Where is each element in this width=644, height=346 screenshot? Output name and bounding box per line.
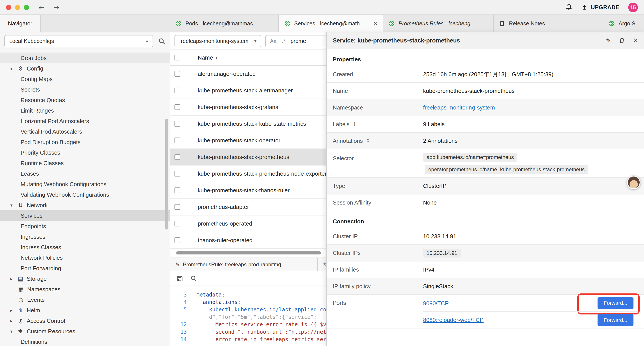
detail-label: Type bbox=[333, 183, 423, 189]
sidebar-item[interactable]: Vertical Pod Autoscalers bbox=[0, 126, 170, 137]
row-checkbox[interactable] bbox=[174, 221, 180, 226]
upgrade-button[interactable]: UPGRADE bbox=[581, 4, 620, 10]
window-close-button[interactable] bbox=[6, 4, 12, 10]
delete-button[interactable] bbox=[619, 37, 625, 44]
tree-chevron-icon[interactable]: ▸ bbox=[9, 276, 14, 281]
row-checkbox[interactable] bbox=[174, 121, 180, 127]
detail-row-labels[interactable]: Labels ↕ 9 Labels bbox=[326, 116, 644, 133]
sidebar-item[interactable]: ▸ ▤ Storage bbox=[0, 273, 170, 284]
sidebar-item[interactable]: Cron Jobs bbox=[0, 52, 170, 63]
expand-icon[interactable]: ↕ bbox=[366, 138, 370, 144]
port-link[interactable]: 8080:reloader-web/TCP bbox=[423, 317, 484, 323]
sidebar-item[interactable]: Secrets bbox=[0, 84, 170, 95]
sidebar-item[interactable]: Runtime Classes bbox=[0, 158, 170, 168]
sidebar-item[interactable]: ▦ Namespaces bbox=[0, 284, 170, 294]
sidebar-item[interactable]: Network Policies bbox=[0, 252, 170, 263]
sidebar-item[interactable]: Mutating Webhook Configurations bbox=[0, 179, 170, 189]
details-drawer: Service: kube-prometheus-stack-prometheu… bbox=[326, 32, 644, 346]
sidebar-item[interactable]: ▸ ⎈ Helm bbox=[0, 305, 170, 315]
sidebar-item[interactable]: ▾ ⚙ Config bbox=[0, 63, 170, 74]
pencil-icon: ✎ bbox=[175, 261, 180, 267]
edit-button[interactable]: ✎ bbox=[606, 37, 611, 44]
match-case-toggle[interactable]: Aa bbox=[270, 38, 276, 44]
save-button[interactable] bbox=[176, 275, 183, 282]
tree-chevron-icon[interactable]: ▸ bbox=[9, 308, 14, 313]
forward-button[interactable]: Forward... bbox=[598, 297, 634, 309]
sidebar-item[interactable]: Ingress Classes bbox=[0, 242, 170, 252]
cluster-tab[interactable]: Release Notes bbox=[494, 15, 603, 32]
cluster-tab[interactable]: Argo S bbox=[603, 15, 644, 32]
sidebar-item[interactable]: Priority Classes bbox=[0, 147, 170, 158]
sidebar-item[interactable]: Horizontal Pod Autoscalers bbox=[0, 116, 170, 126]
avatar[interactable] bbox=[627, 176, 640, 189]
row-checkbox[interactable] bbox=[174, 71, 180, 77]
selector-badge: operator.prometheus.io/name=kube-prometh… bbox=[425, 165, 588, 174]
sidebar-item[interactable]: Limit Ranges bbox=[0, 105, 170, 116]
sidebar-item[interactable]: Ingresses bbox=[0, 231, 170, 242]
tree-chevron-icon[interactable]: ▾ bbox=[9, 66, 14, 71]
tab-close-icon[interactable]: × bbox=[374, 20, 378, 27]
sidebar-item-label: Namespaces bbox=[27, 286, 60, 292]
cluster-tab[interactable]: Pods - icecheng@mathmas... bbox=[170, 15, 279, 32]
detail-row-selector: Selector app.kubernetes.io/name=promethe… bbox=[326, 149, 644, 178]
navigator-tab[interactable]: Navigator bbox=[0, 15, 40, 32]
expand-icon[interactable]: ↕ bbox=[353, 121, 357, 127]
sidebar-item[interactable]: Resource Quotas bbox=[0, 95, 170, 105]
forward-button[interactable]: Forward... bbox=[598, 314, 634, 326]
notification-badge[interactable]: 15 bbox=[628, 2, 638, 12]
row-checkbox[interactable] bbox=[174, 204, 180, 210]
sidebar-item[interactable]: Config Maps bbox=[0, 74, 170, 84]
sidebar-item[interactable]: Leases bbox=[0, 168, 170, 179]
row-checkbox[interactable] bbox=[174, 237, 180, 243]
sidebar-scrollbar[interactable] bbox=[165, 119, 168, 230]
sidebar-item-icon: ⚷ bbox=[17, 317, 24, 324]
tree-chevron-icon[interactable]: ▸ bbox=[9, 318, 14, 323]
row-checkbox[interactable] bbox=[174, 137, 180, 143]
forward-button[interactable]: → bbox=[54, 3, 59, 11]
row-checkbox[interactable] bbox=[174, 88, 180, 93]
sidebar-item[interactable]: ◷ Events bbox=[0, 294, 170, 305]
cluster-tab[interactable]: Services - icecheng@math... × bbox=[279, 15, 383, 32]
detail-row-annotations[interactable]: Annotations ↕ 2 Annotations bbox=[326, 133, 644, 149]
namespace-link[interactable]: freeleaps-monitoring-system bbox=[423, 104, 495, 111]
select-all-checkbox[interactable] bbox=[174, 55, 180, 60]
code-text: kubectl.kubernetes.io/last-applied-co bbox=[196, 306, 326, 314]
row-checkbox[interactable] bbox=[174, 154, 180, 160]
window-zoom-button[interactable] bbox=[24, 4, 29, 10]
port-link[interactable]: 9090/TCP bbox=[423, 300, 449, 306]
window-minimize-button[interactable] bbox=[15, 4, 20, 10]
column-header-name[interactable]: Name ▴ bbox=[198, 54, 218, 61]
sidebar-item[interactable]: Port Forwarding bbox=[0, 263, 170, 273]
cluster-tab[interactable]: Prometheus Rules - icecheng... bbox=[383, 15, 494, 32]
close-button[interactable]: × bbox=[633, 36, 638, 45]
regex-toggle[interactable]: .* bbox=[282, 38, 285, 44]
labels-count: 9 Labels bbox=[423, 121, 444, 127]
detail-value: 253d 16h 6m ago (2025年1月13日 GMT+8 1:25:3… bbox=[423, 70, 554, 78]
row-checkbox[interactable] bbox=[174, 171, 180, 177]
row-checkbox[interactable] bbox=[174, 187, 180, 193]
sidebar-item[interactable]: Validating Webhook Configurations bbox=[0, 189, 170, 200]
sidebar-item-label: Priority Classes bbox=[20, 149, 60, 156]
tree-chevron-icon[interactable]: ▾ bbox=[9, 329, 14, 334]
namespace-select-value: freeleaps-monitoring-system bbox=[179, 38, 248, 44]
sidebar-item[interactable]: Endpoints bbox=[0, 221, 170, 231]
sidebar-item-label: Definitions bbox=[20, 338, 47, 345]
tree-chevron-icon[interactable]: ▾ bbox=[9, 203, 14, 207]
sidebar-item[interactable]: Pod Disruption Budgets bbox=[0, 137, 170, 147]
editor-search-button[interactable] bbox=[190, 275, 197, 282]
sidebar-item[interactable]: Services bbox=[0, 210, 170, 221]
sidebar-item[interactable]: ▸ ⚷ Access Control bbox=[0, 315, 170, 326]
sidebar-item[interactable]: ▾ ✱ Custom Resources bbox=[0, 326, 170, 336]
dock-tab[interactable]: ✎ PrometheusRule: freeleaps-prod-rabbitm… bbox=[170, 258, 318, 271]
namespace-select[interactable]: freeleaps-monitoring-system ▾ bbox=[174, 35, 261, 47]
chevron-down-icon: ▾ bbox=[146, 39, 148, 43]
notifications-bell-icon[interactable] bbox=[565, 3, 572, 11]
code-text: metadata: bbox=[196, 291, 225, 299]
horizontal-scrollbar-thumb[interactable] bbox=[176, 251, 321, 255]
row-checkbox[interactable] bbox=[174, 104, 180, 110]
kubeconfig-select[interactable]: Local Kubeconfigs ▾ bbox=[4, 35, 153, 47]
sidebar-search-button[interactable] bbox=[158, 38, 165, 45]
sidebar-item[interactable]: Definitions bbox=[0, 336, 170, 346]
back-button[interactable]: ← bbox=[38, 3, 44, 11]
sidebar-item[interactable]: ▾ ⇅ Network bbox=[0, 200, 170, 210]
